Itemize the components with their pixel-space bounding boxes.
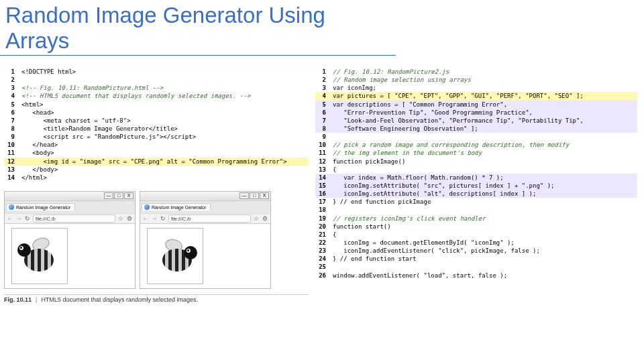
code-text: iconImg.setAttribute( "alt", description… [333, 190, 536, 198]
star-icon[interactable]: ☆ [253, 215, 260, 222]
code-line: 5<html> [4, 101, 309, 109]
code-line: 1// Fig. 10.12: RandomPicture2.js [315, 68, 637, 76]
js-code-listing: 1// Fig. 10.12: RandomPicture2.js2// Ran… [315, 68, 637, 280]
code-line: 4var pictures = [ "CPE", "EPT", "GPP", "… [315, 92, 637, 100]
code-text: iconImg.addEventListener( "click", pickI… [333, 247, 540, 255]
tab-row: Random Image Generator [140, 201, 270, 213]
line-number: 6 [4, 109, 15, 117]
code-line: 16 iconImg.setAttribute( "alt", descript… [315, 190, 637, 198]
code-line: 23 iconImg.addEventListener( "click", pi… [315, 247, 637, 255]
line-number: 9 [4, 133, 15, 141]
code-line: 9 [315, 133, 637, 141]
maximize-button[interactable]: □ [250, 192, 259, 199]
tab-row: Random Image Generator [5, 201, 135, 213]
browser-toolbar: ← → ↻ file:///C:/b ☆ ⚙ [5, 213, 135, 224]
line-number: 9 [315, 133, 326, 141]
right-column: 1// Fig. 10.12: RandomPicture2.js2// Ran… [309, 68, 637, 303]
minimize-button[interactable]: — [239, 192, 249, 199]
line-number: 3 [4, 84, 15, 92]
globe-icon [144, 204, 150, 210]
code-text: <html> [21, 101, 44, 109]
code-text: </html> [21, 174, 47, 182]
close-button[interactable]: X [260, 192, 269, 199]
code-text: <!-- HTML5 document that displays random… [21, 92, 250, 100]
figure-label: Fig. 10.11 [4, 296, 32, 303]
code-line: 2 [4, 76, 309, 84]
wrench-icon[interactable]: ⚙ [262, 215, 268, 222]
code-text: <meta charset = "utf-8"> [21, 117, 131, 125]
code-text: <!-- Fig. 10.11: RandomPicture.html --> [21, 84, 163, 92]
code-line: 6 "Error-Prevention Tip", "Good Programm… [315, 109, 637, 117]
star-icon[interactable]: ☆ [117, 215, 124, 222]
code-line: 4<!-- HTML5 document that displays rando… [4, 92, 309, 100]
line-number: 17 [315, 198, 326, 206]
forward-icon[interactable]: → [151, 215, 158, 222]
figure-caption: Fig. 10.11 | HTML5 document that display… [4, 294, 309, 303]
code-line: 8 <title>Random Image Generator</title> [4, 125, 309, 133]
code-text: var index = Math.floor( Math.random() * … [333, 174, 504, 182]
tab-title: Random Image Generator [152, 205, 206, 210]
line-number: 11 [4, 149, 15, 157]
code-line: 17} // end function pickImage [315, 198, 637, 206]
code-line: 3var iconImg; [315, 84, 637, 92]
code-line: 11// the img element in the document's b… [315, 149, 637, 157]
code-line: 18 [315, 206, 637, 214]
code-line: 26window.addEventListener( "load", start… [315, 272, 637, 280]
code-line: 9 <script src = "RandomPicture.js"></scr… [4, 133, 309, 141]
line-number: 7 [315, 117, 326, 125]
back-icon[interactable]: ← [7, 215, 13, 222]
code-line: 7 <meta charset = "utf-8"> [4, 117, 309, 125]
code-line: 12 <img id = "image" src = "CPE.png" alt… [4, 158, 309, 166]
code-line: 12function pickImage() [315, 158, 637, 166]
random-image-2 [147, 228, 203, 284]
figure-sep: | [36, 296, 37, 303]
globe-icon [9, 204, 14, 210]
maximize-button[interactable]: □ [114, 192, 123, 199]
line-number: 20 [315, 223, 326, 231]
code-line: 20function start() [315, 223, 637, 231]
address-bar[interactable]: file:///C:/b [168, 215, 251, 223]
code-line: 7 "Look-and-Feel Observation", "Performa… [315, 117, 637, 125]
code-line: 14</html> [4, 174, 309, 182]
reload-icon[interactable]: ↻ [24, 215, 31, 222]
page-title: Random Image Generator Using Arrays [0, 0, 396, 56]
address-bar[interactable]: file:///C:/b [33, 215, 115, 223]
forward-icon[interactable]: → [15, 215, 22, 222]
code-line: 13{ [315, 166, 637, 174]
line-number: 26 [315, 272, 326, 280]
browser-screenshots: — □ X Random Image Generator ← → ↻ file:… [4, 191, 309, 289]
line-number: 4 [4, 92, 15, 100]
line-number: 2 [4, 76, 15, 84]
code-text: var descriptions = [ "Common Programming… [333, 101, 507, 109]
content-row: 1<!DOCTYPE html>23<!-- Fig. 10.11: Rando… [0, 68, 644, 303]
code-text: "Software Engineering Observation" ]; [333, 125, 478, 133]
random-image-1 [11, 228, 68, 284]
code-text: { [333, 166, 336, 174]
code-line: 5var descriptions = [ "Common Programmin… [315, 101, 637, 109]
code-line: 15 iconImg.setAttribute( "src", pictures… [315, 182, 637, 190]
line-number: 5 [4, 101, 15, 109]
minimize-button[interactable]: — [104, 192, 113, 199]
code-line: 1<!DOCTYPE html> [4, 68, 309, 76]
code-line: 6 <head> [4, 109, 309, 117]
browser-toolbar: ← → ↻ file:///C:/b ☆ ⚙ [140, 213, 270, 224]
line-number: 16 [315, 190, 326, 198]
code-text: function start() [333, 223, 391, 231]
reload-icon[interactable]: ↻ [160, 215, 166, 222]
line-number: 14 [4, 174, 15, 182]
code-line: 2// Random image selection using arrays [315, 76, 637, 84]
browser-tab[interactable]: Random Image Generator [142, 203, 211, 210]
line-number: 18 [315, 206, 326, 214]
code-line: 10// pick a random image and correspondi… [315, 141, 637, 149]
back-icon[interactable]: ← [142, 215, 149, 222]
code-text: function pickImage() [333, 158, 405, 166]
code-text: "Error-Prevention Tip", "Good Programmin… [333, 109, 533, 117]
wrench-icon[interactable]: ⚙ [126, 215, 133, 222]
line-number: 22 [315, 239, 326, 247]
line-number: 4 [315, 92, 326, 100]
code-text: <body> [21, 149, 54, 157]
browser-tab[interactable]: Random Image Generator [6, 203, 75, 210]
close-button[interactable]: X [124, 192, 133, 199]
browser-window-2: — □ X Random Image Generator ← → ↻ file:… [140, 191, 271, 289]
window-titlebar: — □ X [140, 192, 270, 201]
